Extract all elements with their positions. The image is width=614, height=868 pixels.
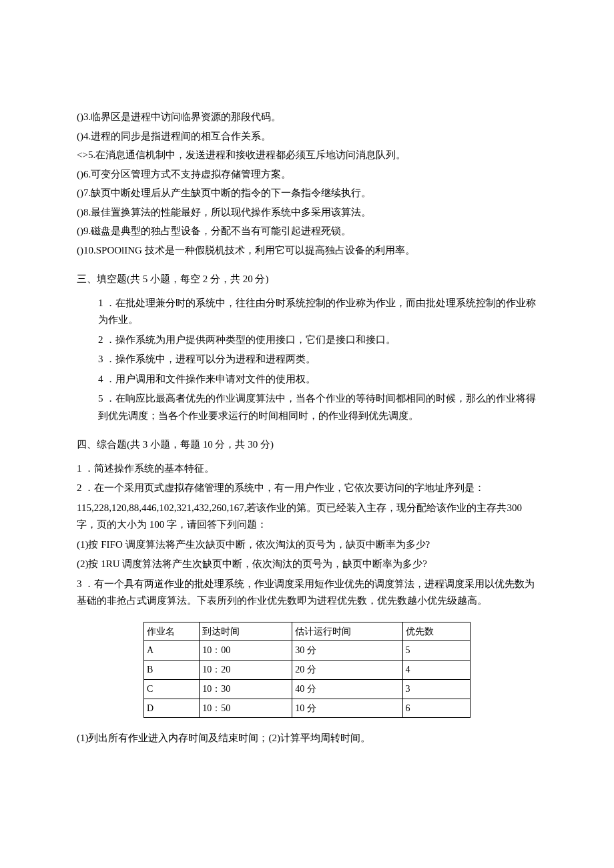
- table-row: B 10：20 20 分 4: [144, 661, 471, 680]
- comp-q2-intro: 2 ．在一个采用页式虚拟存储管理的系统中，有一用户作业，它依次要访问的字地址序列…: [77, 480, 537, 497]
- true-false-list: ()3.临界区是进程中访问临界资源的那段代码。 ()4.进程的同步是指进程间的相…: [77, 109, 537, 259]
- tf-item: <>5.在消息通信机制中，发送进程和接收进程都必须互斥地访问消息队列。: [77, 147, 537, 164]
- comp-q3-intro: 3 ．有一个具有两道作业的批处理系统，作业调度采用短作业优先的调度算法，进程调度…: [77, 576, 537, 610]
- tf-item: ()10.SPOOlING 技术是一种假脱机技术，利用它可以提高独占设备的利用率…: [77, 242, 537, 260]
- cell-pri: 4: [402, 661, 470, 680]
- section-heading-comprehensive: 四、综合题(共 3 小题，每题 10 分，共 30 分): [77, 436, 537, 454]
- cell-arrive: 10：20: [200, 661, 292, 680]
- cell-pri: 6: [402, 699, 470, 718]
- cell-job-name: D: [144, 699, 200, 718]
- cell-arrive: 10：00: [200, 641, 292, 661]
- comprehensive-list: 1 ．简述操作系统的基本特征。 2 ．在一个采用页式虚拟存储管理的系统中，有一用…: [77, 460, 537, 610]
- document-page: ()3.临界区是进程中访问临界资源的那段代码。 ()4.进程的同步是指进程间的相…: [0, 0, 614, 868]
- tf-item: ()9.磁盘是典型的独占型设备，分配不当有可能引起进程死锁。: [77, 223, 537, 240]
- fill-in-list: 1 ．在批处理兼分时的系统中，往往由分时系统控制的作业称为作业，而由批处理系统控…: [77, 295, 537, 425]
- cell-pri: 5: [402, 641, 470, 661]
- comp-q2-sub2: (2)按 1RU 调度算法将产生次缺页中断，依次淘汰的页号为，缺页中断率为多少?: [77, 556, 537, 573]
- job-table: 作业名 到达时间 估计运行时间 优先数 A 10：00 30 分 5 B 10：…: [143, 622, 471, 719]
- cell-job-name: C: [144, 679, 200, 699]
- cell-est: 40 分: [292, 679, 402, 699]
- fill-item: 1 ．在批处理兼分时的系统中，往往由分时系统控制的作业称为作业，而由批处理系统控…: [98, 295, 537, 329]
- cell-est: 10 分: [292, 699, 402, 718]
- header-job-name: 作业名: [144, 622, 200, 641]
- cell-est: 20 分: [292, 661, 402, 680]
- fill-item: 3 ．操作系统中，进程可以分为进程和进程两类。: [98, 351, 537, 368]
- tf-item: ()6.可变分区管理方式不支持虚拟存储管理方案。: [77, 166, 537, 183]
- header-arrive-time: 到达时间: [200, 622, 292, 641]
- table-row: D 10：50 10 分 6: [144, 699, 471, 718]
- header-priority: 优先数: [402, 622, 470, 641]
- cell-job-name: B: [144, 661, 200, 680]
- cell-est: 30 分: [292, 641, 402, 661]
- header-est-runtime: 估计运行时间: [292, 622, 402, 641]
- table-row: C 10：30 40 分 3: [144, 679, 471, 699]
- cell-arrive: 10：50: [200, 699, 292, 718]
- fill-item: 4 ．用户调用和文件操作来申请对文件的使用权。: [98, 371, 537, 388]
- cell-arrive: 10：30: [200, 679, 292, 699]
- tf-item: ()7.缺页中断处理后从产生缺页中断的指令的下一条指令继续执行。: [77, 185, 537, 202]
- cell-job-name: A: [144, 641, 200, 661]
- comp-q2-detail: 115,228,120,88,446,102,321,432,260,167,若…: [77, 500, 537, 534]
- cell-pri: 3: [402, 679, 470, 699]
- tf-item: ()3.临界区是进程中访问临界资源的那段代码。: [77, 109, 537, 126]
- tf-item: ()8.最佳置换算法的性能最好，所以现代操作系统中多采用该算法。: [77, 204, 537, 222]
- table-header-row: 作业名 到达时间 估计运行时间 优先数: [144, 622, 471, 641]
- fill-item: 5 ．在响应比最高者优先的作业调度算法中，当各个作业的等待时间都相同的时候，那么…: [98, 390, 537, 424]
- comp-q2-sub1: (1)按 FIFO 调度算法将产生次缺页中断，依次淘汰的页号为，缺页中断率为多少…: [77, 536, 537, 554]
- section-heading-fill: 三、填空题(共 5 小题，每空 2 分，共 20 分): [77, 271, 537, 288]
- comp-q3-subquestions: (1)列出所有作业进入内存时间及结束时间；(2)计算平均周转时间。: [77, 730, 537, 747]
- tf-item: ()4.进程的同步是指进程间的相互合作关系。: [77, 128, 537, 145]
- table-row: A 10：00 30 分 5: [144, 641, 471, 661]
- fill-item: 2 ．操作系统为用户提供两种类型的使用接口，它们是接口和接口。: [98, 332, 537, 349]
- comp-q1: 1 ．简述操作系统的基本特征。: [77, 460, 537, 478]
